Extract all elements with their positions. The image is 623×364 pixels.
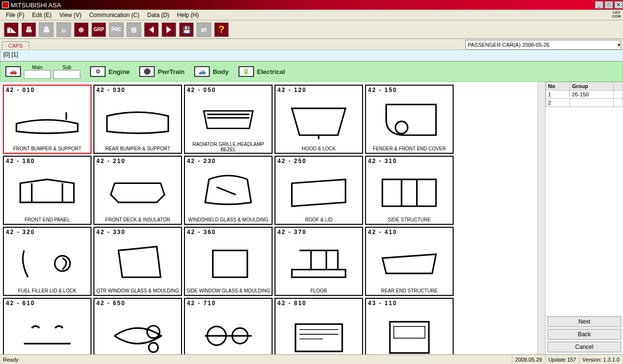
app-logo-icon — [2, 1, 9, 8]
part-name: ROOF & LID — [275, 217, 362, 224]
part-code: 42 - 230 — [185, 157, 272, 165]
parts-grid: 42 - 010FRONT BUMPER & SUPPORT42 - 030RE… — [0, 82, 537, 354]
back-button[interactable]: Back — [548, 329, 621, 340]
part-code: 42 - 360 — [185, 228, 272, 237]
part-illustration — [94, 237, 181, 288]
tab-bar: CAPS PASSENGER CAR(A) 2008-05-26 ▾ — [0, 39, 623, 50]
part-illustration — [366, 165, 453, 217]
search-grey-icon: ⌕ — [56, 22, 71, 37]
next-button[interactable]: Next — [548, 316, 621, 327]
svg-rect-8 — [394, 327, 425, 338]
part-code: 42 - 250 — [275, 157, 362, 165]
cancel-button[interactable]: Cancel — [548, 342, 621, 352]
part-illustration — [94, 308, 181, 354]
part-illustration — [366, 94, 453, 146]
status-version: Version: 1.3.1.0 — [580, 355, 623, 364]
part-42-320[interactable]: 42 - 320FUEL FILLER LID & LOCK — [3, 227, 92, 296]
table-row[interactable]: 2 — [546, 99, 623, 107]
electrical-icon[interactable]: 🔋 — [238, 66, 254, 77]
pnc-button: PNC — [109, 22, 124, 37]
engine-icon[interactable]: ⚙ — [90, 66, 106, 77]
part-42-180[interactable]: 42 - 180FRONT END PANEL — [3, 156, 92, 225]
part-illustration — [94, 165, 181, 217]
menu-communication[interactable]: Communication (C) — [85, 11, 143, 19]
part-42-230[interactable]: 42 - 230WINDSHIELD GLASS & MOULDING — [184, 156, 273, 225]
table-row[interactable]: 126-150 — [546, 91, 623, 99]
print-grey-icon: 🖶 — [39, 22, 54, 37]
part-illustration — [4, 237, 91, 288]
body-label: Body — [213, 68, 229, 75]
part-illustration — [185, 94, 272, 141]
col-group: Group — [570, 82, 614, 91]
menu-data[interactable]: Data (D) — [144, 11, 173, 19]
main-label: Main — [32, 65, 43, 70]
part-illustration — [275, 308, 362, 354]
part-code: 42 - 370 — [275, 228, 362, 237]
close-button[interactable]: ✕ — [614, 1, 623, 9]
breadcrumb: [0] [1] — [0, 50, 623, 61]
target-icon[interactable]: ⊕ — [74, 22, 89, 37]
main-input[interactable] — [24, 70, 51, 79]
part-42-650[interactable]: 42 - 650 — [93, 298, 182, 354]
part-42-050[interactable]: 42 - 050RADIATOR GRILLE,HEADLAMP BEZEL — [184, 85, 273, 154]
part-illustration — [275, 94, 362, 146]
part-illustration — [275, 165, 362, 217]
svg-point-3 — [148, 343, 158, 352]
print-red-icon[interactable]: 🖶 — [21, 22, 36, 37]
engine-label: Engine — [109, 68, 129, 75]
part-42-610[interactable]: 42 - 610 — [3, 298, 92, 354]
part-43-110[interactable]: 43 - 110 — [365, 298, 454, 354]
menu-bar: File (F)Edit (E)View (V)Communication (C… — [0, 10, 623, 20]
part-illustration — [4, 308, 91, 354]
part-code: 42 - 030 — [94, 86, 181, 94]
menu-file[interactable]: File (F) — [2, 11, 28, 19]
part-42-410[interactable]: 42 - 410REAR END STRUCTURE — [365, 227, 454, 296]
help-icon[interactable]: ? — [214, 22, 229, 37]
side-panel: NoGroup 126-1502 Next Back Cancel — [545, 82, 623, 354]
part-name: FENDER & FRONT END COVER — [366, 146, 453, 153]
part-42-310[interactable]: 42 - 310SIDE STRUCTURE — [365, 156, 454, 225]
tab-caps[interactable]: CAPS — [2, 41, 29, 50]
part-illustration — [366, 308, 453, 354]
minimize-button[interactable]: _ — [595, 1, 604, 9]
part-illustration — [185, 165, 272, 217]
menu-edit[interactable]: Edit (E) — [28, 11, 55, 19]
grp-button[interactable]: GRP — [92, 22, 106, 37]
status-date: 2008.05.29 — [513, 355, 546, 364]
part-code: 42 - 320 — [4, 228, 91, 237]
col-no: No — [546, 82, 570, 91]
menu-view[interactable]: View (V) — [55, 11, 85, 19]
part-42-150[interactable]: 42 - 150FENDER & FRONT END COVER — [365, 85, 454, 154]
svg-rect-6 — [295, 324, 342, 351]
part-name: FLOOR — [275, 288, 362, 295]
save-icon[interactable]: 💾 — [179, 22, 194, 37]
part-42-810[interactable]: 42 - 810 — [275, 298, 363, 354]
part-name: FRONT BUMPER & SUPPORT — [4, 146, 91, 153]
part-42-250[interactable]: 42 - 250ROOF & LID — [275, 156, 363, 225]
part-42-120[interactable]: 42 - 120HOOD & LOCK — [275, 85, 363, 154]
part-42-010[interactable]: 42 - 010FRONT BUMPER & SUPPORT — [3, 85, 92, 154]
exit-icon[interactable]: ▮◣ — [4, 22, 18, 37]
sub-input[interactable] — [54, 70, 80, 79]
catalog-dropdown[interactable]: PASSENGER CAR(A) 2008-05-26 ▾ — [465, 40, 621, 50]
part-42-330[interactable]: 42 - 330QTR WINDOW GLASS & MOULDING — [93, 227, 182, 296]
part-code: 42 - 210 — [94, 157, 181, 165]
menu-help[interactable]: Help (H) — [173, 11, 203, 19]
next-button[interactable] — [162, 22, 176, 37]
part-42-710[interactable]: 42 - 710 — [184, 298, 273, 354]
part-illustration — [4, 94, 91, 146]
part-name: WINDSHIELD GLASS & MOULDING — [185, 217, 272, 224]
part-42-210[interactable]: 42 - 210FRONT DECK & INSULATOR — [93, 156, 182, 225]
part-name: FUEL FILLER LID & LOCK — [4, 288, 91, 295]
body-icon[interactable]: 🚙 — [194, 66, 210, 77]
maximize-button[interactable]: □ — [605, 1, 613, 9]
part-42-030[interactable]: 42 - 030REAR BUMPER & SUPPORT — [93, 85, 182, 154]
pwrtrain-icon[interactable]: ⚫ — [139, 66, 155, 77]
scrollbar[interactable] — [537, 82, 545, 354]
car-icon[interactable]: 🚗 — [5, 66, 21, 77]
pwr-label: PwrTrain — [158, 68, 184, 75]
prev-button[interactable] — [144, 22, 159, 37]
part-42-360[interactable]: 42 - 360SIDE WINDOW GLASS & MOULDING — [184, 227, 273, 296]
part-code: 42 - 650 — [94, 299, 181, 308]
part-42-370[interactable]: 42 - 370FLOOR — [275, 227, 363, 296]
